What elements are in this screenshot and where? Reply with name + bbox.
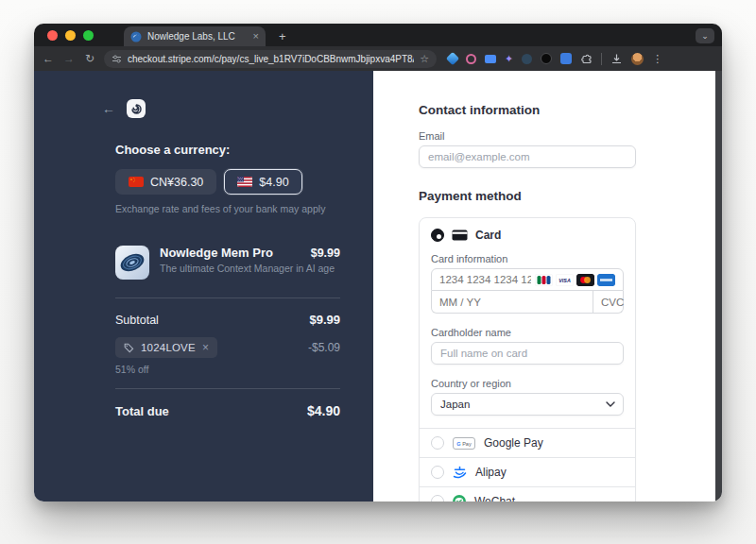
cvc-field[interactable] [601, 297, 636, 308]
google-pay-option[interactable]: G Pay Google Pay [420, 428, 635, 457]
promo-discount: -$5.09 [308, 341, 340, 354]
currency-option-cny[interactable]: CN¥36.30 [115, 169, 216, 195]
downloads-icon[interactable] [610, 53, 623, 65]
google-pay-icon: G Pay [453, 437, 475, 450]
minimize-window-button[interactable] [65, 30, 76, 41]
extension-record-icon[interactable] [541, 53, 552, 64]
extension-card-icon[interactable] [485, 55, 496, 63]
jcb-brand-icon [535, 274, 553, 286]
card-option-label: Card [475, 229, 501, 242]
browser-toolbar: ← → ↻ checkout.stripe.com/c/pay/cs_live_… [34, 46, 722, 71]
card-section: Card Card information [420, 218, 635, 428]
mastercard-brand-icon [576, 274, 594, 286]
card-radio[interactable] [431, 229, 444, 242]
merchant-logo [127, 99, 146, 118]
extensions-area: ✦ ⋮ [448, 53, 662, 65]
browser-tab[interactable]: Nowledge Labs, LLC × [124, 26, 266, 46]
card-number-field[interactable] [439, 274, 531, 285]
zoom-window-button[interactable] [83, 30, 94, 41]
china-flag-icon [129, 177, 144, 187]
tab-search-chevron-icon[interactable]: ⌄ [696, 28, 714, 43]
email-label: Email [419, 130, 636, 142]
wechat-label: WeChat [474, 495, 515, 502]
reload-icon[interactable]: ↻ [83, 52, 96, 65]
summary-divider [115, 298, 340, 298]
profile-avatar[interactable] [631, 53, 644, 65]
extensions-puzzle-icon[interactable] [580, 53, 593, 65]
remove-promo-icon[interactable]: × [202, 342, 209, 353]
bookmark-star-icon[interactable]: ☆ [420, 53, 429, 65]
product-name: Nowledge Mem Pro [160, 246, 273, 260]
close-window-button[interactable] [47, 30, 58, 41]
payment-method-heading: Payment method [419, 189, 636, 203]
total-due-value: $4.90 [307, 403, 340, 418]
toolbar-divider [601, 53, 602, 65]
payment-method-box: Card Card information [419, 217, 636, 502]
checkout-form-panel: Contact information Email Payment method [373, 71, 722, 502]
browser-menu-icon[interactable]: ⋮ [652, 53, 662, 65]
card-information-label: Card information [431, 253, 624, 264]
card-number-row[interactable]: VISA [431, 268, 624, 291]
back-arrow-icon[interactable]: ← [102, 101, 115, 116]
wechat-option[interactable]: WeChat [420, 486, 635, 502]
svg-text:VISA: VISA [558, 278, 571, 283]
product-app-icon [115, 246, 149, 280]
tab-close-icon[interactable]: × [253, 31, 259, 42]
google-pay-radio[interactable] [431, 436, 444, 450]
expiry-cell[interactable] [432, 291, 593, 313]
alipay-label: Alipay [475, 466, 507, 479]
amex-brand-icon [597, 274, 615, 286]
currency-options: CN¥36.30 [115, 169, 340, 195]
browser-window: Nowledge Labs, LLC × + ⌄ ← → ↻ checkout.… [34, 24, 722, 502]
forward-nav-icon[interactable]: → [62, 52, 76, 65]
extension-gem-icon[interactable] [446, 52, 459, 65]
alipay-option[interactable]: Alipay [420, 457, 635, 486]
window-controls [34, 24, 103, 46]
us-flag-icon [237, 177, 252, 187]
url-text: checkout.stripe.com/c/pay/cs_live_b1RV7i… [128, 54, 414, 64]
new-tab-button[interactable]: + [279, 29, 286, 46]
country-label: Country or region [431, 378, 624, 389]
card-brand-icons: VISA [535, 274, 615, 286]
extension-square-icon[interactable] [560, 53, 572, 64]
extension-ring-icon[interactable] [466, 54, 476, 64]
country-select[interactable]: Japan [431, 393, 624, 416]
choose-currency-label: Choose a currency: [115, 143, 340, 157]
site-settings-icon[interactable] [112, 54, 122, 64]
promo-code: 1024LOVE [141, 342, 196, 353]
promo-percent-note: 51% off [115, 364, 340, 375]
svg-text:G Pay: G Pay [456, 440, 472, 446]
wechat-radio[interactable] [431, 495, 444, 502]
summary-divider [115, 388, 340, 389]
contact-information-heading: Contact information [419, 103, 636, 117]
cvc-cell[interactable]: 123 [593, 291, 636, 313]
product-price: $9.99 [311, 246, 340, 260]
expiry-field[interactable] [439, 297, 585, 308]
card-option-row[interactable]: Card [431, 229, 624, 242]
currency-option-usd-selected[interactable]: $4.90 [224, 169, 301, 195]
expiry-cvc-row: 123 [431, 291, 624, 314]
subtotal-value: $9.99 [309, 313, 340, 327]
tab-favicon-icon [130, 31, 142, 42]
wechat-icon [453, 495, 466, 502]
cardholder-name-field[interactable] [431, 342, 624, 365]
visa-brand-icon: VISA [556, 274, 574, 286]
extension-spark-icon[interactable]: ✦ [505, 53, 513, 64]
card-icon [452, 230, 468, 241]
email-field[interactable] [419, 145, 636, 168]
desktop-background: Nowledge Labs, LLC × + ⌄ ← → ↻ checkout.… [0, 0, 756, 544]
page-scrollbar[interactable] [715, 71, 722, 502]
merchant-logo-swirl-icon [130, 103, 143, 115]
page-content: ← Choose a currency: [34, 71, 722, 502]
tag-icon [124, 343, 134, 353]
cardholder-name-label: Cardholder name [431, 327, 624, 338]
card-input-group: VISA [431, 268, 624, 314]
alipay-icon [453, 466, 467, 479]
order-summary-panel: ← Choose a currency: [34, 71, 373, 502]
total-due-label: Total due [115, 404, 169, 418]
alipay-radio[interactable] [431, 466, 444, 479]
currency-usd-label: $4.90 [259, 176, 288, 189]
back-nav-icon[interactable]: ← [42, 52, 55, 65]
address-bar[interactable]: checkout.stripe.com/c/pay/cs_live_b1RV7i… [104, 50, 437, 68]
extension-search-icon[interactable] [522, 54, 532, 64]
